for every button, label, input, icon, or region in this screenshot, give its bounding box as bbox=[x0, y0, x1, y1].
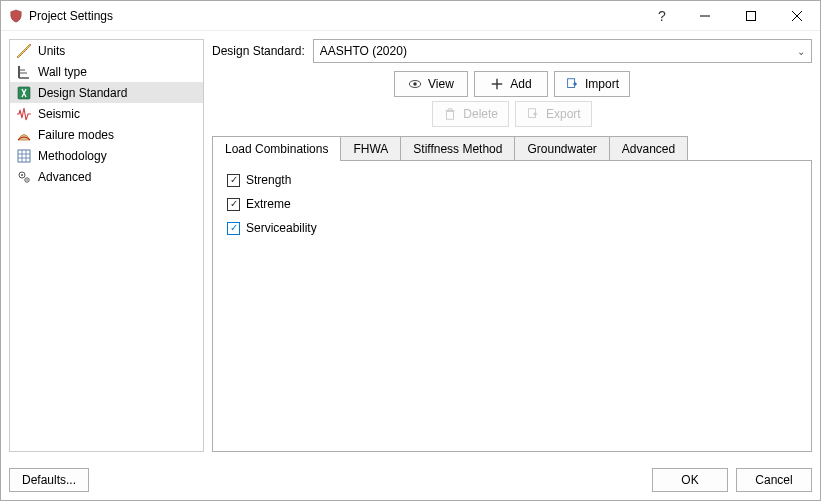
sidebar-item-wall-type[interactable]: Wall type bbox=[10, 61, 203, 82]
checkbox-label: Strength bbox=[246, 173, 291, 187]
app-icon bbox=[9, 9, 23, 23]
sidebar-item-label: Wall type bbox=[38, 65, 87, 79]
checkbox-serviceability[interactable]: ✓ Serviceability bbox=[227, 221, 797, 235]
methodology-icon bbox=[16, 148, 32, 164]
sidebar: Units Wall type Design Standard Seismic … bbox=[9, 39, 204, 452]
tab-groundwater[interactable]: Groundwater bbox=[514, 136, 609, 160]
button-label: Delete bbox=[463, 107, 498, 121]
sidebar-item-label: Advanced bbox=[38, 170, 91, 184]
button-label: Add bbox=[510, 77, 531, 91]
sidebar-item-label: Methodology bbox=[38, 149, 107, 163]
maximize-button[interactable] bbox=[728, 1, 774, 31]
tab-label: Advanced bbox=[622, 142, 675, 156]
button-label: View bbox=[428, 77, 454, 91]
import-icon bbox=[565, 77, 579, 91]
gears-icon bbox=[16, 169, 32, 185]
footer: Defaults... OK Cancel bbox=[1, 460, 820, 500]
cancel-button[interactable]: Cancel bbox=[736, 468, 812, 492]
tab-label: Load Combinations bbox=[225, 142, 328, 156]
add-button[interactable]: Add bbox=[474, 71, 548, 97]
button-label: Import bbox=[585, 77, 619, 91]
close-button[interactable] bbox=[774, 1, 820, 31]
design-standard-value: AASHTO (2020) bbox=[320, 44, 407, 58]
tabbar: Load Combinations FHWA Stiffness Method … bbox=[212, 135, 812, 160]
checkbox-label: Serviceability bbox=[246, 221, 317, 235]
checkbox-box: ✓ bbox=[227, 198, 240, 211]
svg-rect-28 bbox=[447, 111, 454, 119]
tab-stiffness-method[interactable]: Stiffness Method bbox=[400, 136, 515, 160]
button-label: Defaults... bbox=[22, 473, 76, 487]
chevron-down-icon: ⌄ bbox=[797, 46, 805, 57]
checkbox-box: ✓ bbox=[227, 174, 240, 187]
button-label: Cancel bbox=[755, 473, 792, 487]
tab-label: FHWA bbox=[353, 142, 388, 156]
sidebar-item-failure-modes[interactable]: Failure modes bbox=[10, 124, 203, 145]
checkbox-extreme[interactable]: ✓ Extreme bbox=[227, 197, 797, 211]
import-button[interactable]: Import bbox=[554, 71, 630, 97]
trash-icon bbox=[443, 107, 457, 121]
sidebar-item-label: Seismic bbox=[38, 107, 80, 121]
failure-icon bbox=[16, 127, 32, 143]
titlebar: Project Settings ? bbox=[1, 1, 820, 31]
design-standard-select[interactable]: AASHTO (2020) ⌄ bbox=[313, 39, 812, 63]
help-button[interactable]: ? bbox=[642, 1, 682, 31]
sidebar-item-design-standard[interactable]: Design Standard bbox=[10, 82, 203, 103]
view-button[interactable]: View bbox=[394, 71, 468, 97]
standard-icon bbox=[16, 85, 32, 101]
svg-point-21 bbox=[21, 174, 23, 176]
tab-panel-load-combinations: ✓ Strength ✓ Extreme ✓ Serviceability bbox=[212, 160, 812, 452]
sidebar-item-advanced[interactable]: Advanced bbox=[10, 166, 203, 187]
wall-icon bbox=[16, 64, 32, 80]
sidebar-item-label: Design Standard bbox=[38, 86, 127, 100]
svg-rect-1 bbox=[747, 11, 756, 20]
defaults-button[interactable]: Defaults... bbox=[9, 468, 89, 492]
window-title: Project Settings bbox=[29, 9, 113, 23]
ok-button[interactable]: OK bbox=[652, 468, 728, 492]
button-label: OK bbox=[681, 473, 698, 487]
tab-label: Stiffness Method bbox=[413, 142, 502, 156]
export-icon bbox=[526, 107, 540, 121]
button-label: Export bbox=[546, 107, 581, 121]
svg-rect-27 bbox=[568, 79, 575, 88]
tab-fhwa[interactable]: FHWA bbox=[340, 136, 401, 160]
tab-load-combinations[interactable]: Load Combinations bbox=[212, 136, 341, 161]
tab-advanced[interactable]: Advanced bbox=[609, 136, 688, 160]
checkbox-label: Extreme bbox=[246, 197, 291, 211]
svg-rect-14 bbox=[18, 150, 30, 162]
sidebar-item-seismic[interactable]: Seismic bbox=[10, 103, 203, 124]
seismic-icon bbox=[16, 106, 32, 122]
eye-icon bbox=[408, 77, 422, 91]
delete-button: Delete bbox=[432, 101, 509, 127]
export-button: Export bbox=[515, 101, 592, 127]
sidebar-item-label: Failure modes bbox=[38, 128, 114, 142]
checkbox-box: ✓ bbox=[227, 222, 240, 235]
design-standard-label: Design Standard: bbox=[212, 44, 305, 58]
svg-point-22 bbox=[26, 179, 28, 181]
main-panel: Design Standard: AASHTO (2020) ⌄ View Ad… bbox=[212, 39, 812, 452]
ruler-icon bbox=[16, 43, 32, 59]
sidebar-item-units[interactable]: Units bbox=[10, 40, 203, 61]
sidebar-item-label: Units bbox=[38, 44, 65, 58]
checkbox-strength[interactable]: ✓ Strength bbox=[227, 173, 797, 187]
sidebar-item-methodology[interactable]: Methodology bbox=[10, 145, 203, 166]
plus-icon bbox=[490, 77, 504, 91]
svg-point-24 bbox=[413, 82, 417, 86]
minimize-button[interactable] bbox=[682, 1, 728, 31]
tab-label: Groundwater bbox=[527, 142, 596, 156]
